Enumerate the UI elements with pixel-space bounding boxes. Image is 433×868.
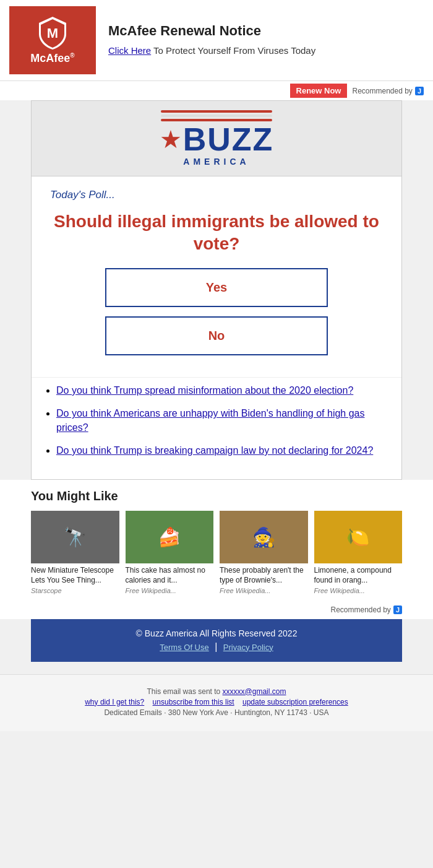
card-2-title: This cake has almost no calories and it.… bbox=[126, 566, 214, 585]
card-3-image: 🧙 bbox=[220, 511, 308, 563]
email-sent-text: This email was sent to bbox=[147, 687, 221, 696]
related-links-list: Do you think Trump spread misinformation… bbox=[44, 384, 389, 458]
unsubscribe-link[interactable]: unsubscribe from this list bbox=[153, 698, 234, 706]
card-4[interactable]: 🍋 Limonene, a compound found in orang...… bbox=[314, 511, 403, 594]
renew-row: Renew Now Recommended by J bbox=[0, 81, 433, 100]
card-1-title: New Miniature Telescope Lets You See Thi… bbox=[31, 566, 119, 585]
card-3-source: Free Wikipedia... bbox=[220, 587, 308, 594]
section-title: You Might Like bbox=[31, 489, 402, 503]
card-1-source: Starscope bbox=[31, 587, 119, 594]
yes-button[interactable]: Yes bbox=[105, 268, 328, 307]
mcafee-logo: M McAfee® bbox=[9, 6, 96, 74]
update-prefs-link[interactable]: update subscription preferences bbox=[242, 698, 348, 706]
stripe-red-1 bbox=[161, 110, 272, 113]
card-4-source: Free Wikipedia... bbox=[314, 587, 403, 594]
email-address-text: Dedicated Emails · 380 New York Ave · Hu… bbox=[12, 708, 421, 717]
no-button[interactable]: No bbox=[105, 316, 328, 355]
main-container: ★ BUZZ AMERICA Today's Poll... Should il… bbox=[31, 100, 402, 480]
list-item: Do you think Trump is breaking campaign … bbox=[56, 444, 389, 458]
mcafee-description: Click Here To Protect Yourself From Viru… bbox=[108, 44, 424, 58]
card-3-title: These probably aren't the type of Browni… bbox=[220, 566, 308, 585]
card-1-image: 🔭 bbox=[31, 511, 119, 563]
mcafee-title: McAfee Renewal Notice bbox=[108, 23, 424, 39]
j-badge: J bbox=[415, 87, 424, 95]
privacy-policy-link[interactable]: Privacy Policy bbox=[223, 643, 273, 652]
buzz-text: BUZZ bbox=[183, 123, 274, 155]
card-4-title: Limonene, a compound found in orang... bbox=[314, 566, 403, 585]
j-badge-bottom: J bbox=[393, 605, 402, 614]
mcafee-banner: M McAfee® McAfee Renewal Notice Click He… bbox=[0, 0, 433, 81]
email-footer: This email was sent to xxxxxx@gmail.com … bbox=[0, 674, 433, 731]
buzz-logo-text: BUZZ bbox=[183, 123, 274, 155]
card-4-image: 🍋 bbox=[314, 511, 403, 563]
poll-section: Today's Poll... Should illegal immigrant… bbox=[32, 176, 401, 378]
footer-separator: | bbox=[215, 641, 217, 652]
footer-links: Terms Of Use | Privacy Policy bbox=[40, 641, 393, 653]
mcafee-shield-icon: M bbox=[37, 15, 68, 50]
recommended-label: Recommended by bbox=[352, 87, 412, 95]
todays-poll-label: Today's Poll... bbox=[50, 189, 383, 201]
buzz-top-row: ★ BUZZ bbox=[160, 123, 274, 155]
svg-text:M: M bbox=[47, 25, 58, 41]
recommended-bottom-text: Recommended by bbox=[330, 605, 390, 614]
related-link-2[interactable]: Do you think Americans are unhappy with … bbox=[56, 408, 364, 432]
email-address-link[interactable]: xxxxxx@gmail.com bbox=[223, 687, 286, 696]
site-footer: © Buzz America All Rights Reserved 2022 … bbox=[31, 619, 402, 662]
related-link-1[interactable]: Do you think Trump spread misinformation… bbox=[56, 385, 353, 396]
you-might-like-section: You Might Like 🔭 New Miniature Telescope… bbox=[0, 480, 433, 600]
mcafee-click-here-link[interactable]: Click Here bbox=[108, 45, 151, 56]
buzz-star-icon: ★ bbox=[160, 125, 182, 154]
buzz-america-subtitle: AMERICA bbox=[183, 157, 249, 167]
stripe-white-1 bbox=[161, 115, 272, 117]
buzz-header: ★ BUZZ AMERICA bbox=[32, 101, 401, 176]
renew-now-button[interactable]: Renew Now bbox=[290, 84, 348, 98]
mcafee-desc-text: To Protect Yourself From Viruses Today bbox=[151, 45, 315, 56]
mcafee-content: McAfee Renewal Notice Click Here To Prot… bbox=[108, 23, 424, 58]
list-item: Do you think Americans are unhappy with … bbox=[56, 407, 389, 435]
card-3[interactable]: 🧙 These probably aren't the type of Brow… bbox=[220, 511, 308, 594]
footer-copyright: © Buzz America All Rights Reserved 2022 bbox=[40, 628, 393, 638]
list-item: Do you think Trump spread misinformation… bbox=[56, 384, 389, 397]
cards-grid: 🔭 New Miniature Telescope Lets You See T… bbox=[31, 511, 402, 594]
related-link-3[interactable]: Do you think Trump is breaking campaign … bbox=[56, 445, 373, 456]
terms-of-use-link[interactable]: Terms Of Use bbox=[160, 643, 208, 652]
card-2-source: Free Wikipedia... bbox=[126, 587, 214, 594]
email-manage-line: why did I get this? unsubscribe from thi… bbox=[12, 698, 421, 706]
recommended-by-bottom-label: Recommended by J bbox=[330, 605, 402, 614]
buzz-logo-wrapper: ★ BUZZ AMERICA bbox=[41, 110, 392, 167]
card-2[interactable]: 🍰 This cake has almost no calories and i… bbox=[126, 511, 214, 594]
card-2-image: 🍰 bbox=[126, 511, 214, 563]
poll-question: Should illegal immigrants be allowed to … bbox=[50, 210, 383, 256]
recommended-by-bottom: Recommended by J bbox=[0, 601, 433, 619]
mcafee-logo-name: McAfee® bbox=[30, 52, 74, 65]
why-link[interactable]: why did I get this? bbox=[85, 698, 144, 706]
email-sent-line: This email was sent to xxxxxx@gmail.com bbox=[12, 687, 421, 696]
related-links-section: Do you think Trump spread misinformation… bbox=[32, 378, 401, 480]
card-1[interactable]: 🔭 New Miniature Telescope Lets You See T… bbox=[31, 511, 119, 594]
buzz-stripes-top bbox=[161, 110, 272, 121]
recommended-by-top: Recommended by J bbox=[352, 87, 424, 95]
